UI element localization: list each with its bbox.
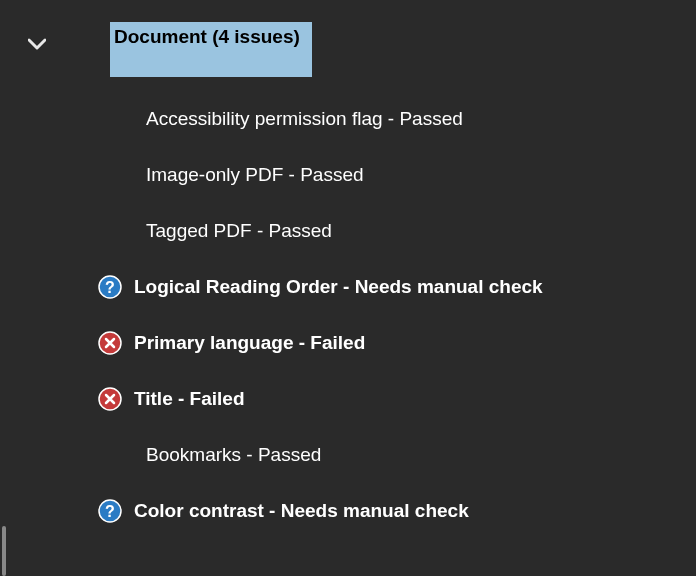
question-icon: ? bbox=[98, 275, 122, 299]
result-item[interactable]: Accessibility permission flag - Passed bbox=[98, 91, 696, 147]
result-item-label: Title - Failed bbox=[134, 388, 245, 410]
result-item[interactable]: Primary language - Failed bbox=[98, 315, 696, 371]
no-icon bbox=[98, 443, 134, 467]
result-item-label: Bookmarks - Passed bbox=[146, 444, 321, 466]
svg-text:?: ? bbox=[105, 503, 115, 520]
no-icon bbox=[98, 107, 134, 131]
result-item-label: Color contrast - Needs manual check bbox=[134, 500, 469, 522]
svg-text:?: ? bbox=[105, 279, 115, 296]
result-item[interactable]: Bookmarks - Passed bbox=[98, 427, 696, 483]
result-item-label: Image-only PDF - Passed bbox=[146, 164, 364, 186]
result-item[interactable]: Tagged PDF - Passed bbox=[98, 203, 696, 259]
result-item[interactable]: ?Color contrast - Needs manual check bbox=[98, 483, 696, 539]
result-item-label: Primary language - Failed bbox=[134, 332, 365, 354]
result-item[interactable]: ?Logical Reading Order - Needs manual ch… bbox=[98, 259, 696, 315]
no-icon bbox=[98, 163, 134, 187]
chevron-down-icon bbox=[28, 36, 46, 54]
no-icon bbox=[98, 219, 134, 243]
scrollbar-thumb[interactable] bbox=[2, 526, 6, 576]
result-item-label: Accessibility permission flag - Passed bbox=[146, 108, 463, 130]
result-item-label: Tagged PDF - Passed bbox=[146, 220, 332, 242]
items-list: Accessibility permission flag - PassedIm… bbox=[24, 91, 696, 539]
error-icon bbox=[98, 331, 122, 355]
result-item[interactable]: Title - Failed bbox=[98, 371, 696, 427]
result-item-label: Logical Reading Order - Needs manual che… bbox=[134, 276, 543, 298]
error-icon bbox=[98, 387, 122, 411]
section-header[interactable]: Document (4 issues) bbox=[110, 22, 312, 77]
result-item[interactable]: Image-only PDF - Passed bbox=[98, 147, 696, 203]
accessibility-results-panel: Document (4 issues) Accessibility permis… bbox=[0, 0, 696, 539]
question-icon: ? bbox=[98, 499, 122, 523]
expand-toggle[interactable] bbox=[28, 36, 46, 54]
